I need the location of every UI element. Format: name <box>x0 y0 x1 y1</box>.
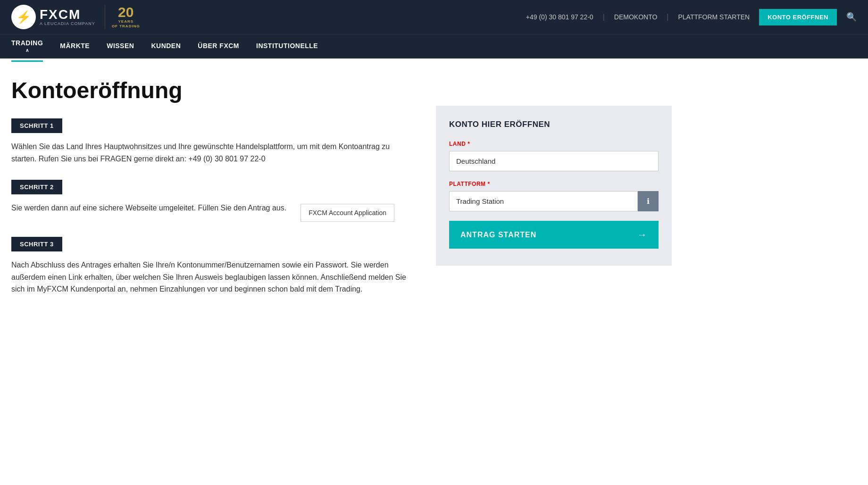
logo-years: 20 YEARSOF TRADING <box>105 5 140 28</box>
step3-badge: SCHRITT 3 <box>11 237 62 251</box>
info-icon: ℹ <box>647 197 650 206</box>
page-title: Kontoeröffnung <box>11 77 417 103</box>
header-separator2: | <box>667 13 668 21</box>
fxcm-app-badge: FXCM Account Application <box>300 204 394 222</box>
header-top: ⚡ FXCM A LEUCADIA COMPANY 20 YEARSOF TRA… <box>0 0 868 34</box>
form-panel: KONTO HIER ERÖFFNEN LAND * PLATTFORM * ℹ… <box>436 106 672 266</box>
nav-item-ueber-fxcm[interactable]: ÜBER FXCM <box>198 34 239 59</box>
konto-eroeffnen-button[interactable]: KONTO ERÖFFNEN <box>759 9 837 25</box>
info-button[interactable]: ℹ <box>638 191 659 211</box>
plattform-label: PLATTFORM * <box>449 181 659 187</box>
plattform-starten-link[interactable]: PLATTFORM STARTEN <box>678 13 750 21</box>
chevron-up-icon: ∧ <box>25 48 29 53</box>
logo-sub-label: A LEUCADIA COMPANY <box>40 21 95 26</box>
submit-arrow-icon: → <box>637 229 647 240</box>
header-phone: +49 (0) 30 801 97 22-0 <box>526 13 593 21</box>
search-icon[interactable]: 🔍 <box>846 12 857 22</box>
nav-bar: TRADING ∧ MÄRKTE WISSEN KUNDEN ÜBER FXCM… <box>0 34 868 59</box>
nav-item-wissen[interactable]: WISSEN <box>107 34 134 59</box>
svg-text:⚡: ⚡ <box>16 9 32 25</box>
step2-content: Sie werden dann auf eine sichere Webseit… <box>11 202 417 222</box>
land-group: LAND * <box>449 141 659 171</box>
logo-text: FXCM A LEUCADIA COMPANY <box>40 8 95 26</box>
plattform-input[interactable] <box>449 191 638 211</box>
step3-text: Nach Abschluss des Antrages erhalten Sie… <box>11 259 417 295</box>
submit-label: ANTRAG STARTEN <box>460 231 536 239</box>
step1-badge: SCHRITT 1 <box>11 118 62 133</box>
platform-row: ℹ <box>449 191 659 211</box>
nav-item-maerkte[interactable]: MÄRKTE <box>60 34 90 59</box>
content-left: Kontoeröffnung SCHRITT 1 Wählen Sie das … <box>11 77 417 310</box>
antrag-starten-button[interactable]: ANTRAG STARTEN → <box>449 221 659 249</box>
header-separator: | <box>603 13 605 21</box>
fxcm-logo-icon: ⚡ <box>11 5 36 29</box>
step3-section: SCHRITT 3 Nach Abschluss des Antrages er… <box>11 237 417 295</box>
years-label: YEARSOF TRADING <box>112 19 140 28</box>
form-title: KONTO HIER ERÖFFNEN <box>449 120 659 129</box>
demokonto-link[interactable]: DEMOKONTO <box>614 13 658 21</box>
step1-text: Wählen Sie das Land Ihres Hauptwohnsitze… <box>11 141 417 165</box>
plattform-group: PLATTFORM * ℹ <box>449 181 659 211</box>
logo-fxcm-label: FXCM <box>40 8 95 21</box>
step2-badge: SCHRITT 2 <box>11 180 62 194</box>
land-input[interactable] <box>449 151 659 171</box>
main-content: Kontoeröffnung SCHRITT 1 Wählen Sie das … <box>0 59 868 339</box>
years-number: 20 <box>118 5 134 19</box>
nav-item-institutionelle[interactable]: INSTITUTIONELLE <box>256 34 318 59</box>
step2-section: SCHRITT 2 Sie werden dann auf eine siche… <box>11 180 417 222</box>
header-right: +49 (0) 30 801 97 22-0 | DEMOKONTO | PLA… <box>526 9 857 25</box>
logo-fxcm: ⚡ FXCM A LEUCADIA COMPANY <box>11 5 95 29</box>
step1-section: SCHRITT 1 Wählen Sie das Land Ihres Haup… <box>11 118 417 165</box>
logo-area: ⚡ FXCM A LEUCADIA COMPANY 20 YEARSOF TRA… <box>11 5 140 29</box>
step2-text: Sie werden dann auf eine sichere Webseit… <box>11 202 286 214</box>
nav-item-kunden[interactable]: KUNDEN <box>151 34 181 59</box>
land-label: LAND * <box>449 141 659 147</box>
nav-item-trading[interactable]: TRADING ∧ <box>11 32 43 62</box>
